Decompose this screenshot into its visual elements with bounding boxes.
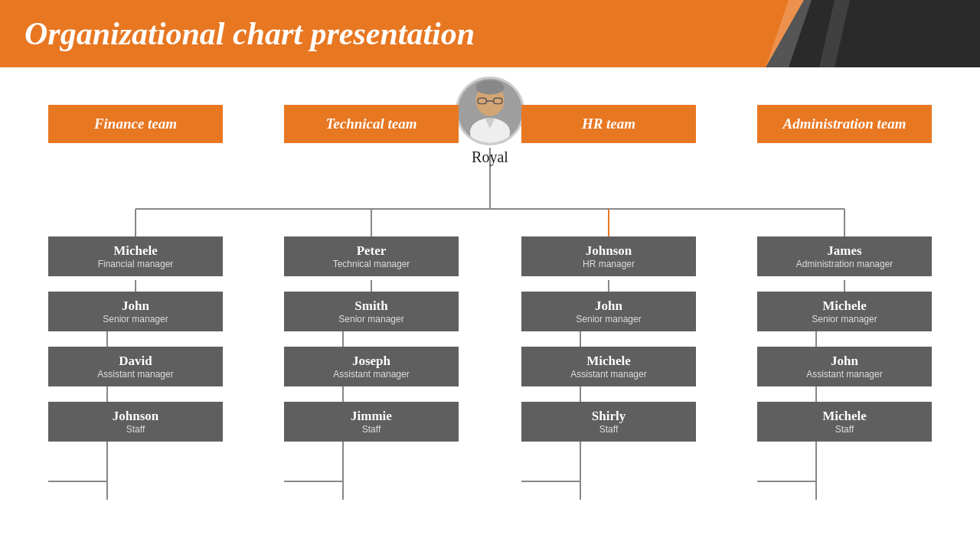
- page-title: Organizational chart presentation: [24, 15, 475, 52]
- finance-member-2: David Assistant manager: [48, 345, 223, 386]
- admin-member-0: James Administration manager: [757, 235, 932, 276]
- team-hr-label: HR team: [521, 105, 696, 143]
- admin-member-3: Michele Staff: [757, 400, 932, 442]
- admin-member-1: Michele Senior manager: [757, 290, 932, 331]
- technical-member-2: Joseph Assistant manager: [284, 345, 459, 386]
- ceo-avatar: [456, 77, 524, 145]
- team-finance-header: Finance team: [48, 105, 223, 143]
- team-technical-header: Technical team: [284, 105, 459, 143]
- hr-member-3: Shirly Staff: [521, 400, 696, 442]
- team-technical-label: Technical team: [284, 105, 459, 143]
- technical-member-3: Jimmie Staff: [284, 400, 459, 442]
- hr-member-0: Johnson HR manager: [521, 235, 696, 276]
- hr-member-2: Michele Assistant manager: [521, 345, 696, 386]
- hr-member-1: John Senior manager: [521, 290, 696, 331]
- team-admin-label: Administration team: [757, 105, 932, 143]
- ceo-name: Royal: [456, 148, 524, 166]
- finance-member-3: Johnson Staff: [48, 400, 223, 442]
- finance-member-1: John Senior manager: [48, 290, 223, 331]
- team-admin-header: Administration team: [757, 105, 932, 143]
- ceo-avatar-svg: [458, 77, 522, 145]
- team-hr-header: HR team: [521, 105, 696, 143]
- admin-member-2: John Assistant manager: [757, 345, 932, 386]
- header: Organizational chart presentation: [0, 0, 980, 67]
- svg-point-41: [475, 80, 504, 95]
- finance-member-0: Michele Financial manager: [48, 235, 223, 276]
- technical-member-1: Smith Senior manager: [284, 290, 459, 331]
- technical-member-0: Peter Technical manager: [284, 235, 459, 276]
- team-finance-label: Finance team: [48, 105, 223, 143]
- slide: Organizational chart presentation: [0, 0, 980, 551]
